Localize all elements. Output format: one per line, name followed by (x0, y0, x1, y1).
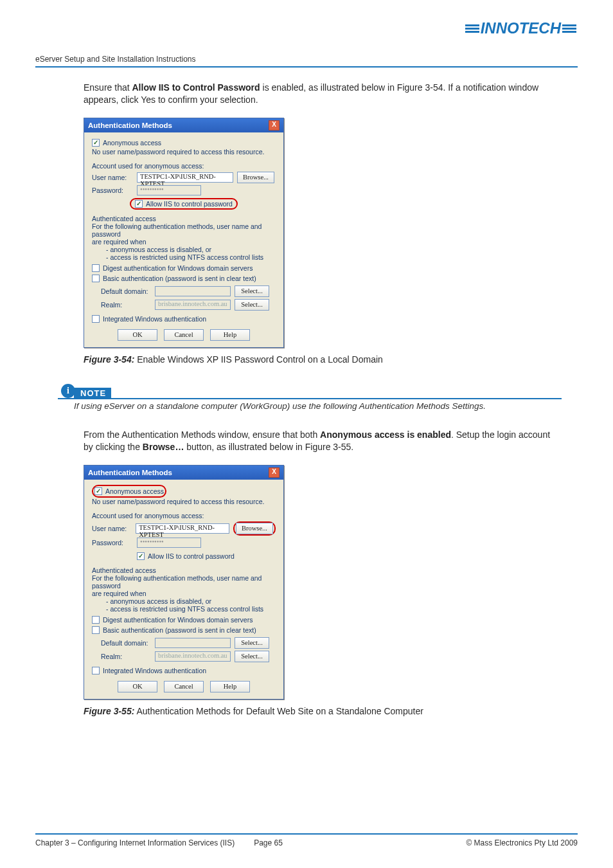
auth-bullet-1: - anonymous access is disabled, or (92, 246, 276, 253)
figure-1-caption: Figure 3-54: Enable Windows XP IIS Passw… (84, 354, 578, 365)
allow-iis-row: ✓ Allow IIS to control password (92, 198, 276, 210)
dialog-button-row: OK Cancel Help (92, 329, 276, 341)
figure-3-54-image: Authentication Methods X ✓ Anonymous acc… (84, 118, 578, 348)
basic-label: Basic authentication (password is sent i… (103, 275, 256, 282)
password-row: Password: •••••••••• (92, 185, 276, 195)
password-label: Password: (92, 539, 133, 547)
anon-desc: No user name/password required to access… (92, 498, 276, 505)
account-used-label: Account used for anonymous access: (92, 162, 276, 170)
digest-label: Digest authentication for Windows domain… (103, 264, 253, 272)
auth-desc-line1: For the following authentication methods… (92, 574, 276, 590)
highlight-ring: ✓ Anonymous access (92, 485, 166, 498)
default-domain-input[interactable] (155, 638, 231, 648)
dialog-titlebar: Authentication Methods X (84, 118, 283, 132)
figure-1-label: Figure 3-54: (84, 354, 134, 365)
integrated-auth-checkbox[interactable]: Integrated Windows authentication (92, 315, 206, 323)
footer-chapter: Chapter 3 – Configuring Internet Informa… (35, 838, 235, 847)
anonymous-access-label: Anonymous access (105, 487, 164, 495)
dialog-title: Authentication Methods (88, 122, 172, 129)
highlight-ring: Browse... (233, 521, 276, 536)
para1-text-a: Ensure that (84, 82, 132, 93)
allow-iis-checkbox[interactable]: ✓ Allow IIS to control password (137, 552, 235, 560)
auth-bullet-2: - access is restricted using NTFS access… (92, 253, 276, 261)
digest-auth-checkbox[interactable]: Digest authentication for Windows domain… (92, 264, 253, 272)
authenticated-access-label: Authenticated access (92, 215, 276, 222)
select-button[interactable]: Select... (235, 299, 269, 311)
allow-iis-label: Allow IIS to control password (148, 552, 235, 560)
close-icon[interactable]: X (269, 467, 280, 478)
help-button[interactable]: Help (210, 681, 250, 692)
authenticated-access-label: Authenticated access (92, 566, 276, 574)
default-domain-input[interactable] (155, 286, 231, 296)
checkbox-icon (92, 275, 100, 282)
brand-logo: INNOTECH (465, 19, 578, 37)
realm-label: Realm: (101, 301, 151, 309)
dialog-content: ✓ Anonymous access No user name/password… (84, 480, 283, 699)
username-label: User name: (92, 525, 132, 532)
checkbox-icon: ✓ (137, 552, 145, 560)
default-domain-label: Default domain: (101, 639, 151, 647)
username-row: User name: TESTPC1-XP\IUSR_RND-XPTEST Br… (92, 521, 276, 536)
document-page: INNOTECH eServer Setup and Site Installa… (0, 0, 613, 868)
auth-bullet-1: - anonymous access is disabled, or (92, 597, 276, 605)
realm-input[interactable]: brisbane.innotech.com.au (155, 300, 231, 310)
select-button[interactable]: Select... (235, 285, 269, 297)
browse-button[interactable]: Browse... (236, 523, 273, 534)
anonymous-access-checkbox[interactable]: ✓ Anonymous access (92, 139, 161, 147)
para2-bold-d: Browse… (143, 442, 184, 452)
default-domain-label: Default domain: (101, 287, 151, 295)
footer-page: Page 65 (254, 838, 283, 847)
auth-desc-line1: For the following authentication methods… (92, 222, 276, 238)
checkbox-icon (92, 626, 100, 634)
basic-auth-checkbox[interactable]: Basic authentication (password is sent i… (92, 626, 256, 634)
username-label: User name: (92, 174, 133, 181)
auth-methods-dialog-1: Authentication Methods X ✓ Anonymous acc… (84, 118, 284, 348)
realm-row: Realm: brisbane.innotech.com.au Select..… (92, 299, 276, 311)
checkbox-icon (92, 315, 100, 323)
checkbox-icon[interactable]: ✓ (135, 200, 143, 208)
anonymous-access-checkbox[interactable]: ✓ Anonymous access (94, 487, 164, 495)
basic-auth-checkbox[interactable]: Basic authentication (password is sent i… (92, 275, 256, 282)
select-button[interactable]: Select... (235, 651, 269, 662)
para2-text-a: From the Authentication Methods window, … (84, 429, 320, 440)
info-icon: i (61, 384, 75, 398)
basic-label: Basic authentication (password is sent i… (103, 626, 256, 634)
account-used-label: Account used for anonymous access: (92, 512, 276, 520)
note-bar: i NOTE (58, 387, 562, 399)
username-input[interactable]: TESTPC1-XP\IUSR_RND-XPTEST (136, 523, 229, 534)
note-label: NOTE (74, 388, 111, 399)
digest-auth-checkbox[interactable]: Digest authentication for Windows domain… (92, 616, 253, 624)
integrated-auth-checkbox[interactable]: Integrated Windows authentication (92, 667, 206, 674)
select-button[interactable]: Select... (235, 637, 269, 649)
help-button[interactable]: Help (210, 329, 250, 341)
brand-name: INNOTECH (481, 19, 561, 37)
dialog-content: ✓ Anonymous access No user name/password… (84, 132, 283, 347)
browse-button[interactable]: Browse... (237, 172, 274, 183)
password-input[interactable]: •••••••••• (137, 538, 201, 548)
realm-input[interactable]: brisbane.innotech.com.au (155, 651, 231, 662)
ok-button[interactable]: OK (118, 681, 157, 692)
page-footer: Chapter 3 – Configuring Internet Informa… (35, 833, 578, 847)
cancel-button[interactable]: Cancel (164, 329, 204, 341)
anon-desc: No user name/password required to access… (92, 148, 276, 156)
dialog-titlebar: Authentication Methods X (84, 466, 283, 480)
figure-2-text: Authentication Methods for Default Web S… (134, 706, 423, 716)
note-text: If using eServer on a standalone compute… (74, 401, 562, 411)
ok-button[interactable]: OK (118, 329, 157, 341)
username-input[interactable]: TESTPC1-XP\IUSR_RND-XPTEST (137, 172, 233, 183)
checkbox-icon (92, 616, 100, 624)
password-input[interactable]: •••••••••• (137, 185, 201, 195)
cancel-button[interactable]: Cancel (164, 681, 204, 692)
realm-row: Realm: brisbane.innotech.com.au Select..… (92, 651, 276, 662)
username-row: User name: TESTPC1-XP\IUSR_RND-XPTEST Br… (92, 172, 276, 183)
close-icon[interactable]: X (269, 120, 280, 131)
allow-iis-label: Allow IIS to control password (146, 200, 233, 208)
dialog-button-row: OK Cancel Help (92, 681, 276, 692)
default-domain-row: Default domain: Select... (92, 637, 276, 649)
checkbox-icon: ✓ (94, 487, 102, 495)
logo-bars-right-icon (562, 23, 576, 34)
digest-label: Digest authentication for Windows domain… (103, 616, 253, 624)
auth-methods-dialog-2: Authentication Methods X ✓ Anonymous acc… (84, 465, 284, 700)
note-divider (58, 398, 562, 399)
highlight-ring: ✓ Allow IIS to control password (130, 198, 238, 210)
